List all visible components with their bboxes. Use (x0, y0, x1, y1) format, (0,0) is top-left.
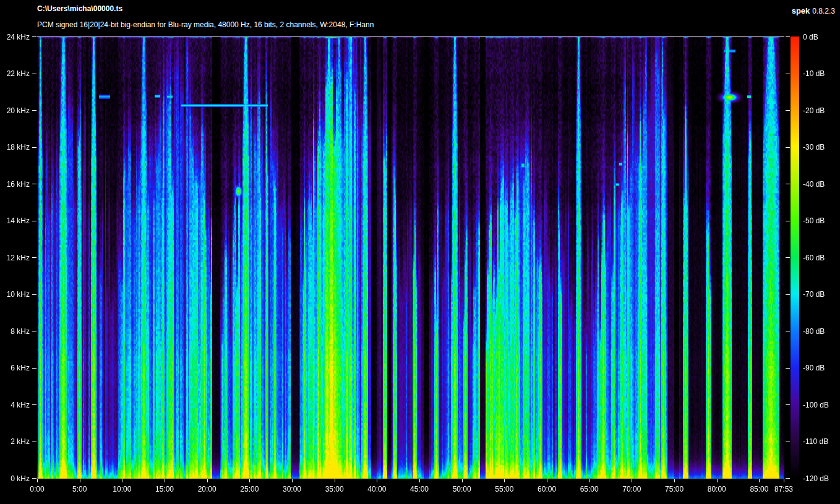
time-tick-label: 30:00 (283, 485, 301, 493)
time-tick-label: 0:00 (30, 485, 44, 493)
freq-tick-label: 10 kHz (0, 290, 30, 299)
time-tick-label: 80:00 (708, 485, 726, 493)
time-tick (165, 479, 165, 482)
freq-tick-label: 22 kHz (0, 69, 30, 78)
time-tick-label: 35:00 (325, 485, 344, 493)
time-tick-label: 45:00 (410, 485, 429, 493)
freq-tick-label: 18 kHz (0, 143, 30, 152)
time-tick (335, 479, 335, 482)
time-tick (80, 479, 80, 482)
time-tick-label: 70:00 (622, 485, 641, 493)
spek-window: C:\Users\micha\00000.ts PCM signed 16|20… (0, 0, 840, 504)
app-name: spek (792, 6, 810, 15)
time-tick (462, 479, 463, 482)
time-tick-label: 5:00 (72, 485, 87, 493)
freq-tick-label: 4 kHz (0, 401, 30, 409)
spectrogram-canvas (37, 37, 784, 479)
freq-tick (32, 331, 36, 331)
freq-tick-label: 0 kHz (0, 474, 30, 483)
time-tick (589, 479, 590, 482)
time-tick (37, 479, 38, 482)
db-tick (786, 221, 790, 221)
freq-tick-label: 20 kHz (0, 106, 30, 115)
freq-tick (32, 478, 36, 479)
time-tick-label: 87:53 (774, 485, 793, 493)
freq-tick (32, 368, 36, 369)
db-tick (786, 147, 790, 148)
db-tick-label: -110 dB (803, 437, 828, 446)
db-tick (786, 257, 790, 258)
time-tick (674, 479, 675, 482)
db-tick (786, 36, 790, 37)
db-tick (786, 74, 790, 74)
freq-tick (32, 221, 36, 221)
colorbar-legend (791, 36, 799, 479)
db-tick-label: -40 dB (803, 180, 825, 189)
time-tick-label: 20:00 (198, 485, 216, 493)
freq-tick (32, 36, 36, 37)
time-tick-label: 10:00 (113, 485, 131, 493)
time-tick-label: 65:00 (580, 485, 599, 493)
time-tick-label: 75:00 (665, 485, 684, 493)
freq-tick-label: 6 kHz (0, 364, 30, 372)
db-tick-label: -100 dB (803, 401, 829, 409)
freq-tick-label: 16 kHz (0, 180, 30, 189)
db-tick-label: 0 dB (803, 33, 818, 41)
app-version: 0.8.2.3 (812, 7, 835, 15)
db-tick-label: -20 dB (803, 106, 825, 115)
db-tick (786, 110, 790, 111)
time-tick (249, 479, 250, 482)
db-tick (786, 184, 790, 184)
db-tick-label: -90 dB (803, 364, 825, 372)
db-tick (786, 331, 790, 331)
time-tick (632, 479, 632, 482)
time-tick (419, 479, 420, 482)
freq-tick (32, 147, 36, 148)
time-tick-label: 40:00 (367, 485, 386, 493)
time-tick-label: 85:00 (750, 485, 768, 493)
plot-top-border (37, 36, 784, 36)
freq-tick (32, 74, 36, 74)
time-tick (717, 479, 718, 482)
freq-tick (32, 442, 36, 442)
time-tick (122, 479, 122, 482)
db-tick (786, 404, 790, 405)
freq-tick (32, 184, 36, 184)
db-tick-label: -10 dB (803, 69, 825, 78)
time-tick (504, 479, 505, 482)
freq-tick (32, 110, 36, 111)
db-tick (786, 368, 790, 369)
db-tick-label: -50 dB (803, 216, 825, 225)
time-tick (292, 479, 293, 482)
time-tick (759, 479, 760, 482)
db-tick-label: -70 dB (803, 290, 825, 299)
db-tick (786, 442, 790, 442)
time-tick (377, 479, 377, 482)
time-tick-label: 50:00 (453, 485, 471, 493)
file-path-title: C:\Users\micha\00000.ts (37, 4, 122, 13)
time-tick (547, 479, 547, 482)
app-brand: spek0.8.2.3 (792, 5, 835, 16)
time-tick (784, 479, 784, 482)
freq-tick-label: 12 kHz (0, 254, 30, 262)
audio-format-description: PCM signed 16|20|24-bit big-endian for B… (37, 20, 374, 29)
time-tick-label: 15:00 (155, 485, 174, 493)
time-tick (207, 479, 208, 482)
freq-tick (32, 404, 36, 405)
db-tick-label: -80 dB (803, 327, 825, 336)
time-tick-label: 60:00 (538, 485, 556, 493)
db-tick-label: -60 dB (803, 254, 825, 262)
freq-tick-label: 24 kHz (0, 33, 30, 41)
time-tick-label: 55:00 (495, 485, 513, 493)
freq-tick-label: 8 kHz (0, 327, 30, 336)
db-tick (786, 294, 790, 295)
db-tick (786, 478, 790, 479)
freq-tick (32, 294, 36, 295)
db-tick-label: -30 dB (803, 143, 825, 152)
time-tick-label: 25:00 (240, 485, 259, 493)
freq-tick (32, 257, 36, 258)
db-tick-label: -120 dB (803, 474, 829, 483)
freq-tick-label: 2 kHz (0, 437, 30, 446)
freq-tick-label: 14 kHz (0, 216, 30, 225)
